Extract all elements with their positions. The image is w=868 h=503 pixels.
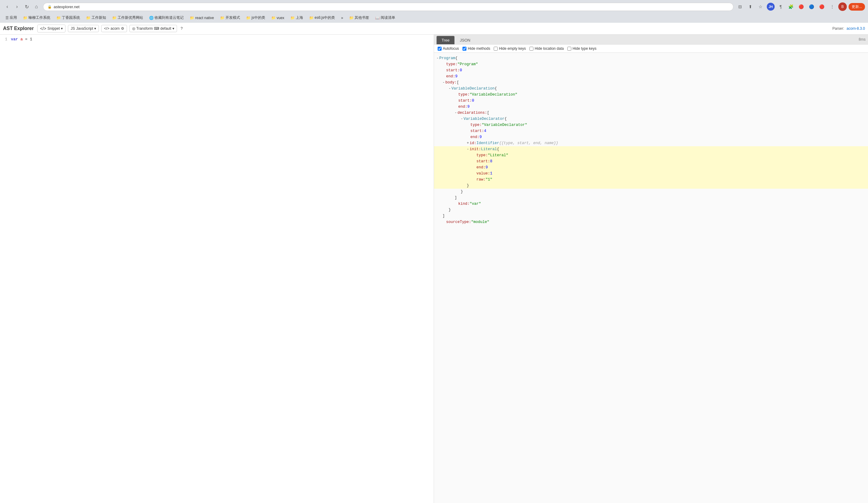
- hide-empty-keys-checkbox[interactable]: [494, 47, 498, 51]
- user-avatar[interactable]: B: [838, 2, 847, 11]
- hide-location-option[interactable]: Hide location data: [529, 47, 564, 51]
- tree-line: sourceType: "module": [434, 219, 868, 225]
- tree-line: - VariableDeclarator {: [434, 116, 868, 122]
- json-tab[interactable]: JSON: [455, 36, 476, 44]
- share-button[interactable]: ⬆: [746, 2, 755, 11]
- bookmark-apps[interactable]: ☰ 应用: [3, 14, 19, 21]
- profile-button[interactable]: JH: [767, 3, 775, 11]
- bookmark-丁香园[interactable]: 📁 丁香园系统: [54, 14, 82, 21]
- bookmark-more[interactable]: »: [339, 15, 345, 21]
- tree-key: VariableDeclarator: [464, 116, 505, 122]
- folder-icon-2: 📁: [56, 16, 61, 20]
- update-button[interactable]: 更新...: [849, 3, 865, 11]
- folder-icon-4: 📁: [112, 16, 117, 20]
- tree-line: - declarations: [: [434, 110, 868, 116]
- open-brace: {: [455, 55, 458, 61]
- code-assign: = 1: [25, 37, 32, 42]
- bookmark-工作新知[interactable]: 📁 工作新知: [84, 14, 108, 21]
- reader-icon[interactable]: ¶: [776, 2, 785, 11]
- bookmark-阅读[interactable]: 📖 阅读清单: [373, 14, 397, 21]
- autofocus-option[interactable]: Autofocus: [438, 47, 459, 51]
- parser-button[interactable]: </> acorn ⚙: [101, 25, 127, 32]
- tree-key: end:: [458, 104, 467, 110]
- tree-key: sourceType:: [446, 219, 471, 225]
- parse-time: 8ms: [859, 36, 866, 43]
- hide-methods-label: Hide methods: [468, 47, 490, 51]
- bookmark-咻柳[interactable]: 📁 咻柳工作系统: [21, 14, 53, 21]
- bookmark-工作优秀[interactable]: 📁 工作新优秀网站: [110, 14, 145, 21]
- transform-button[interactable]: ◎ Transform ⌨ default ▾: [130, 25, 177, 32]
- tree-tab[interactable]: Tree: [436, 36, 455, 44]
- extension4-icon[interactable]: 🔴: [818, 2, 826, 11]
- tree-value: "module": [471, 219, 489, 225]
- autofocus-checkbox[interactable]: [438, 47, 442, 51]
- tree-value: 9: [479, 134, 482, 140]
- bookmark-其他[interactable]: 📁 其他书签: [347, 14, 372, 21]
- tree-toggle[interactable]: -: [443, 80, 445, 85]
- bookmark-vuex[interactable]: 📁 vuex: [269, 15, 287, 21]
- bookmark-es6[interactable]: 📁 es6:js中的类: [307, 14, 337, 21]
- tree-toggle[interactable]: +: [467, 140, 469, 146]
- snippet-dropdown-icon: ▾: [61, 27, 63, 31]
- tree-line: type: "VariableDeclarator": [434, 122, 868, 128]
- tree-line: end: 9: [434, 73, 868, 80]
- tree-line: + id: Identifier {{type, start, end, nam…: [434, 140, 868, 146]
- bookmark-react-native[interactable]: 📁 react native: [187, 15, 216, 21]
- tree-line: type: "Program": [434, 61, 868, 67]
- language-button[interactable]: JS JavaScript ▾: [68, 25, 99, 32]
- bookmark-label: 咻柳工作系统: [29, 15, 50, 20]
- bookmark-button[interactable]: ☆: [756, 2, 765, 11]
- home-button[interactable]: ⌂: [32, 2, 41, 11]
- parser-version-link[interactable]: acorn-8.3.0: [847, 27, 865, 31]
- hide-type-keys-checkbox[interactable]: [567, 47, 571, 51]
- bookmark-label: 开发模式: [226, 15, 240, 20]
- close-brace: }: [461, 189, 463, 195]
- help-icon: ?: [180, 27, 183, 31]
- tree-line: end: 9: [434, 164, 868, 171]
- bookmark-label: vuex: [277, 16, 284, 20]
- ast-tree[interactable]: - Program {type: "Program"start: 0end: 9…: [434, 53, 868, 503]
- tree-line: raw: "1": [434, 177, 868, 183]
- editor-pane[interactable]: 1 var a = 1: [0, 34, 434, 503]
- hide-location-checkbox[interactable]: [529, 47, 534, 51]
- help-button[interactable]: ?: [179, 25, 184, 32]
- bookmark-开发模式[interactable]: 📁 开发模式: [218, 14, 242, 21]
- tree-toggle[interactable]: -: [448, 85, 451, 92]
- address-bar[interactable]: 🔒 astexplorer.net: [43, 3, 733, 11]
- tree-key: type:: [476, 152, 488, 158]
- forward-button[interactable]: ›: [13, 2, 21, 11]
- tree-value: "1": [486, 177, 493, 183]
- hide-type-keys-option[interactable]: Hide type keys: [567, 47, 597, 51]
- settings-button[interactable]: ⋮: [828, 2, 836, 11]
- bookmark-上海[interactable]: 📁 上海: [288, 14, 306, 21]
- folder-icon-9: 📁: [290, 16, 295, 20]
- tree-key: type:: [446, 61, 458, 67]
- bookmark-js类[interactable]: 📁 js中的类: [244, 14, 268, 21]
- tree-line: type: "Literal": [434, 152, 868, 158]
- back-button[interactable]: ‹: [3, 2, 11, 11]
- tree-toggle[interactable]: -: [461, 116, 463, 122]
- snippet-button[interactable]: </> Snippet ▾: [37, 24, 65, 32]
- language-dropdown-icon: ▾: [94, 27, 96, 31]
- tree-line: end: 9: [434, 134, 868, 140]
- hide-methods-option[interactable]: Hide methods: [463, 47, 490, 51]
- tree-line: - init: Literal {: [434, 146, 868, 152]
- tree-value: "var": [470, 201, 481, 207]
- open-brace: {: [495, 85, 497, 92]
- tree-toggle[interactable]: -: [436, 55, 439, 61]
- settings-gear-icon: ⚙: [121, 27, 124, 31]
- extension-icon[interactable]: 🧩: [787, 2, 795, 11]
- translate-button[interactable]: ⊟: [736, 2, 744, 11]
- tree-toggle[interactable]: -: [467, 146, 469, 152]
- close-brace: }: [448, 207, 451, 213]
- tree-toggle[interactable]: -: [455, 110, 457, 116]
- bookmark-有道[interactable]: 🌐 收藏到有道云笔记: [147, 14, 186, 21]
- extension3-icon[interactable]: 🔵: [807, 2, 816, 11]
- hide-empty-keys-option[interactable]: Hide empty keys: [494, 47, 526, 51]
- extension2-icon[interactable]: 🔴: [797, 2, 806, 11]
- tree-line: start: 0: [434, 67, 868, 73]
- refresh-button[interactable]: ↻: [22, 2, 31, 11]
- open-brace: {: [497, 146, 499, 152]
- hide-methods-checkbox[interactable]: [463, 47, 466, 51]
- tree-value: 8: [490, 158, 493, 164]
